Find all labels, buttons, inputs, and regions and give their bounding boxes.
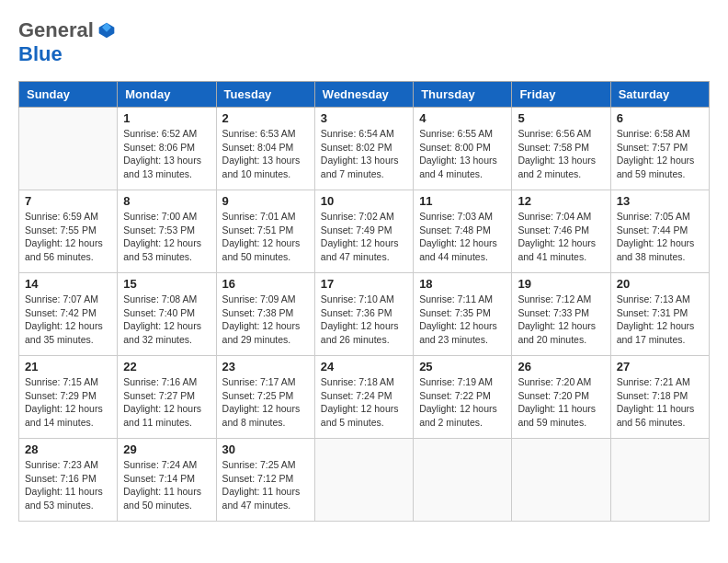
day-info: Sunrise: 6:58 AMSunset: 7:57 PMDaylight:… [617,127,703,181]
calendar-cell: 4Sunrise: 6:55 AMSunset: 8:00 PMDaylight… [414,108,512,190]
week-row-3: 14Sunrise: 7:07 AMSunset: 7:42 PMDayligh… [19,273,710,356]
day-number: 18 [419,277,506,291]
calendar-cell: 20Sunrise: 7:13 AMSunset: 7:31 PMDayligh… [610,273,709,356]
calendar-cell: 16Sunrise: 7:09 AMSunset: 7:38 PMDayligh… [216,273,314,356]
calendar-cell: 29Sunrise: 7:24 AMSunset: 7:14 PMDayligh… [118,439,216,522]
day-info: Sunrise: 7:19 AMSunset: 7:22 PMDaylight:… [419,375,506,430]
column-header-friday: Friday [512,82,610,108]
calendar-cell: 1Sunrise: 6:52 AMSunset: 8:06 PMDaylight… [118,108,216,190]
calendar-cell: 10Sunrise: 7:02 AMSunset: 7:49 PMDayligh… [314,190,413,273]
day-number: 30 [222,442,309,456]
day-info: Sunrise: 7:02 AMSunset: 7:49 PMDaylight:… [321,210,407,264]
calendar-cell: 24Sunrise: 7:18 AMSunset: 7:24 PMDayligh… [314,356,413,439]
day-info: Sunrise: 7:11 AMSunset: 7:35 PMDaylight:… [419,293,506,347]
day-info: Sunrise: 6:56 AMSunset: 7:58 PMDaylight:… [518,127,604,181]
day-info: Sunrise: 7:01 AMSunset: 7:51 PMDaylight:… [222,210,309,264]
day-info: Sunrise: 7:04 AMSunset: 7:46 PMDaylight:… [518,210,604,264]
day-number: 25 [419,360,506,373]
day-number: 5 [518,111,604,125]
day-number: 9 [222,194,309,208]
day-number: 26 [518,360,604,373]
calendar-cell: 5Sunrise: 6:56 AMSunset: 7:58 PMDaylight… [512,108,610,190]
day-info: Sunrise: 7:05 AMSunset: 7:44 PMDaylight:… [617,210,703,264]
logo-icon [97,21,116,40]
calendar-cell [314,439,413,522]
calendar-cell [19,108,118,190]
calendar-cell [414,439,512,522]
day-number: 28 [25,442,111,456]
logo-general: General [18,18,94,42]
column-header-sunday: Sunday [19,82,118,108]
day-info: Sunrise: 7:08 AMSunset: 7:40 PMDaylight:… [123,293,210,347]
day-info: Sunrise: 7:15 AMSunset: 7:29 PMDaylight:… [25,375,111,430]
day-info: Sunrise: 7:09 AMSunset: 7:38 PMDaylight:… [222,293,309,347]
calendar-cell: 7Sunrise: 6:59 AMSunset: 7:55 PMDaylight… [19,190,118,273]
calendar-cell: 22Sunrise: 7:16 AMSunset: 7:27 PMDayligh… [118,356,216,439]
day-number: 24 [321,360,407,373]
day-info: Sunrise: 6:52 AMSunset: 8:06 PMDaylight:… [123,127,210,181]
day-info: Sunrise: 7:23 AMSunset: 7:16 PMDaylight:… [25,458,111,512]
calendar-cell [512,439,610,522]
day-number: 2 [222,111,309,125]
day-info: Sunrise: 7:03 AMSunset: 7:48 PMDaylight:… [419,210,506,264]
week-row-1: 1Sunrise: 6:52 AMSunset: 8:06 PMDaylight… [19,108,710,190]
week-row-4: 21Sunrise: 7:15 AMSunset: 7:29 PMDayligh… [19,356,710,439]
day-number: 23 [222,360,309,373]
day-info: Sunrise: 7:24 AMSunset: 7:14 PMDaylight:… [123,458,210,512]
day-info: Sunrise: 6:59 AMSunset: 7:55 PMDaylight:… [25,210,111,264]
calendar-table: SundayMondayTuesdayWednesdayThursdayFrid… [18,81,710,522]
calendar-cell: 3Sunrise: 6:54 AMSunset: 8:02 PMDaylight… [314,108,413,190]
day-info: Sunrise: 7:16 AMSunset: 7:27 PMDaylight:… [123,375,210,430]
day-info: Sunrise: 7:21 AMSunset: 7:18 PMDaylight:… [617,375,703,430]
day-number: 22 [123,360,210,373]
day-info: Sunrise: 7:20 AMSunset: 7:20 PMDaylight:… [518,375,604,430]
day-number: 20 [617,277,703,291]
calendar-cell: 25Sunrise: 7:19 AMSunset: 7:22 PMDayligh… [414,356,512,439]
day-number: 19 [518,277,604,291]
calendar-cell: 15Sunrise: 7:08 AMSunset: 7:40 PMDayligh… [118,273,216,356]
day-info: Sunrise: 6:53 AMSunset: 8:04 PMDaylight:… [222,127,309,181]
calendar-cell: 9Sunrise: 7:01 AMSunset: 7:51 PMDaylight… [216,190,314,273]
logo: General Blue [18,18,116,66]
day-info: Sunrise: 7:07 AMSunset: 7:42 PMDaylight:… [25,293,111,347]
day-number: 11 [419,194,506,208]
column-header-wednesday: Wednesday [314,82,413,108]
day-number: 29 [123,442,210,456]
day-number: 3 [321,111,407,125]
day-number: 16 [222,277,309,291]
calendar-cell: 13Sunrise: 7:05 AMSunset: 7:44 PMDayligh… [610,190,709,273]
calendar-cell: 11Sunrise: 7:03 AMSunset: 7:48 PMDayligh… [414,190,512,273]
day-number: 8 [123,194,210,208]
day-number: 14 [25,277,111,291]
day-number: 15 [123,277,210,291]
day-info: Sunrise: 7:12 AMSunset: 7:33 PMDaylight:… [518,293,604,347]
calendar-cell [610,439,709,522]
calendar-cell: 6Sunrise: 6:58 AMSunset: 7:57 PMDaylight… [610,108,709,190]
day-number: 6 [617,111,703,125]
calendar-cell: 30Sunrise: 7:25 AMSunset: 7:12 PMDayligh… [216,439,314,522]
calendar-cell: 18Sunrise: 7:11 AMSunset: 7:35 PMDayligh… [414,273,512,356]
day-number: 12 [518,194,604,208]
day-number: 1 [123,111,210,125]
day-number: 7 [25,194,111,208]
day-info: Sunrise: 7:18 AMSunset: 7:24 PMDaylight:… [321,375,407,430]
calendar-header-row: SundayMondayTuesdayWednesdayThursdayFrid… [19,82,710,108]
calendar-cell: 28Sunrise: 7:23 AMSunset: 7:16 PMDayligh… [19,439,118,522]
page-header: General Blue [18,18,710,66]
day-number: 10 [321,194,407,208]
day-info: Sunrise: 7:25 AMSunset: 7:12 PMDaylight:… [222,458,309,512]
calendar-cell: 21Sunrise: 7:15 AMSunset: 7:29 PMDayligh… [19,356,118,439]
day-number: 4 [419,111,506,125]
calendar-cell: 12Sunrise: 7:04 AMSunset: 7:46 PMDayligh… [512,190,610,273]
day-info: Sunrise: 6:55 AMSunset: 8:00 PMDaylight:… [419,127,506,181]
calendar-cell: 23Sunrise: 7:17 AMSunset: 7:25 PMDayligh… [216,356,314,439]
day-info: Sunrise: 7:13 AMSunset: 7:31 PMDaylight:… [617,293,703,347]
week-row-5: 28Sunrise: 7:23 AMSunset: 7:16 PMDayligh… [19,439,710,522]
calendar-cell: 8Sunrise: 7:00 AMSunset: 7:53 PMDaylight… [118,190,216,273]
day-number: 27 [617,360,703,373]
calendar-cell: 27Sunrise: 7:21 AMSunset: 7:18 PMDayligh… [610,356,709,439]
column-header-thursday: Thursday [414,82,512,108]
column-header-monday: Monday [118,82,216,108]
day-info: Sunrise: 7:17 AMSunset: 7:25 PMDaylight:… [222,375,309,430]
day-number: 17 [321,277,407,291]
